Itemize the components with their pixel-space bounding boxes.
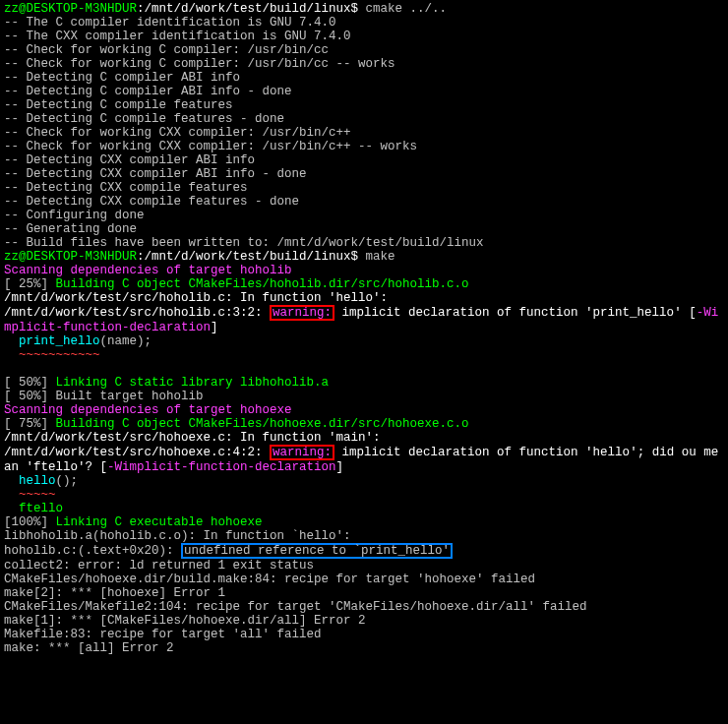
linker-err-loc: hoholib.c:(.text+0x20):	[4, 544, 181, 558]
scanning-line: Scanning dependencies of target hohoexe	[4, 403, 292, 417]
make-error: Makefile:83: recipe for target 'all' fai…	[4, 628, 322, 641]
build-line: Building C object CMakeFiles/hoholib.dir…	[56, 277, 469, 291]
make-error: CMakeFiles/Makefile2:104: recipe for tar…	[4, 600, 587, 614]
cmake-line: -- Build files have been written to: /mn…	[4, 236, 484, 250]
link-line: Linking C static library libhoholib.a	[56, 376, 330, 390]
cmake-line: -- Configuring done	[4, 209, 145, 222]
diag-location: /mnt/d/work/test/src/hohoexe.c: In funct…	[4, 431, 336, 445]
warning-flag: -Wimplicit-function-declaration	[107, 460, 336, 474]
cmake-line: -- Detecting C compiler ABI info	[4, 71, 240, 85]
diag-function: hello	[336, 291, 374, 305]
progress-percent: [100%]	[4, 515, 56, 529]
diag-message: implicit declaration of function '	[334, 306, 593, 320]
code-call: print_hello	[19, 334, 100, 348]
diag-location: /mnt/d/work/test/src/hohoexe.c:4:2:	[4, 446, 270, 459]
terminal-output[interactable]: zz@DESKTOP-M3NHDUR:/mnt/d/work/test/buil…	[0, 0, 728, 657]
command: cmake ../..	[366, 2, 448, 16]
linker-err-post: ':	[336, 529, 351, 543]
code-indent	[4, 474, 19, 488]
cmake-line: -- Detecting CXX compiler ABI info	[4, 153, 255, 167]
warning-tag: warning:	[273, 446, 332, 459]
prompt-path: :/mnt/d/work/test/build/linux$	[137, 2, 366, 16]
cmake-line: -- Check for working C compiler: /usr/bi…	[4, 43, 329, 57]
diag-function: main	[336, 431, 366, 445]
cmake-line: -- The CXX compiler identification is GN…	[4, 30, 351, 43]
cmake-line: -- Detecting CXX compiler ABI info - don…	[4, 167, 307, 181]
code-underline: ~~~~~~~~~~~	[4, 348, 100, 362]
warning-highlight-box: warning:	[270, 305, 334, 321]
cmake-line: -- Detecting CXX compile features - done	[4, 195, 299, 209]
cmake-line: -- Generating done	[4, 222, 137, 236]
command: make	[366, 250, 395, 264]
make-error: make: *** [all] Error 2	[4, 641, 174, 655]
scanning-line: Scanning dependencies of target hoholib	[4, 264, 292, 277]
cmake-line: -- Check for working CXX compiler: /usr/…	[4, 140, 417, 153]
code-indent	[4, 334, 19, 348]
cmake-line: -- Check for working CXX compiler: /usr/…	[4, 126, 351, 140]
code-args: ();	[56, 474, 79, 488]
progress-percent: [ 25%]	[4, 277, 56, 291]
prompt-user: zz@DESKTOP-M3NHDUR	[4, 2, 137, 16]
flag-bracket: [	[689, 306, 697, 320]
error-highlight-box: undefined reference to `print_hello'	[181, 543, 453, 559]
code-args: (name);	[100, 334, 152, 348]
flag-bracket: ]	[211, 321, 218, 334]
cmake-line: -- Check for working C compiler: /usr/bi…	[4, 57, 395, 71]
progress-percent: [ 50%]	[4, 376, 56, 390]
warning-highlight-box: warning:	[270, 445, 334, 460]
built-target: [ 50%] Built target hoholib	[4, 390, 204, 403]
diag-message: implicit declaration of function '	[334, 446, 593, 459]
linker-err-msg: undefined reference to `print_hello'	[184, 544, 450, 558]
collect2-error: collect2: error: ld returned 1 exit stat…	[4, 559, 314, 573]
diag-location-end: ':	[373, 291, 388, 305]
diag-suggest: ftello	[33, 460, 78, 474]
diag-location: /mnt/d/work/test/src/hoholib.c:3:2:	[4, 306, 270, 320]
prompt-user: zz@DESKTOP-M3NHDUR	[4, 250, 137, 264]
cmake-line: -- Detecting C compiler ABI info - done	[4, 85, 292, 98]
warning-tag: warning:	[273, 306, 332, 320]
build-line: Building C object CMakeFiles/hohoexe.dir…	[56, 417, 469, 431]
code-underline: ~~~~~	[4, 488, 56, 502]
cmake-line: -- Detecting C compile features - done	[4, 112, 284, 126]
make-error: make[2]: *** [hohoexe] Error 1	[4, 586, 225, 600]
make-error: CMakeFiles/hohoexe.dir/build.make:84: re…	[4, 573, 535, 586]
diag-location-end: ':	[366, 431, 381, 445]
cmake-line: -- Detecting CXX compile features	[4, 181, 248, 195]
cmake-line: -- The C compiler identification is GNU …	[4, 16, 336, 30]
diag-symbol: print_hello	[593, 306, 675, 320]
linker-err-loc: libhoholib.a(hoholib.c.o): In function `	[4, 529, 299, 543]
flag-bracket: ]	[336, 460, 344, 474]
code-suggest: ftello	[4, 502, 63, 515]
diag-message-end: '	[674, 306, 689, 320]
diag-symbol: hello	[593, 446, 631, 459]
diag-message-end: '? [	[78, 460, 107, 474]
progress-percent: [ 75%]	[4, 417, 56, 431]
link-line: Linking C executable hohoexe	[56, 515, 263, 529]
code-call: hello	[19, 474, 56, 488]
diag-location: /mnt/d/work/test/src/hoholib.c: In funct…	[4, 291, 336, 305]
cmake-line: -- Detecting C compile features	[4, 98, 233, 112]
linker-err-fn: hello	[299, 529, 336, 543]
make-error: make[1]: *** [CMakeFiles/hohoexe.dir/all…	[4, 614, 366, 628]
prompt-path: :/mnt/d/work/test/build/linux$	[137, 250, 366, 264]
